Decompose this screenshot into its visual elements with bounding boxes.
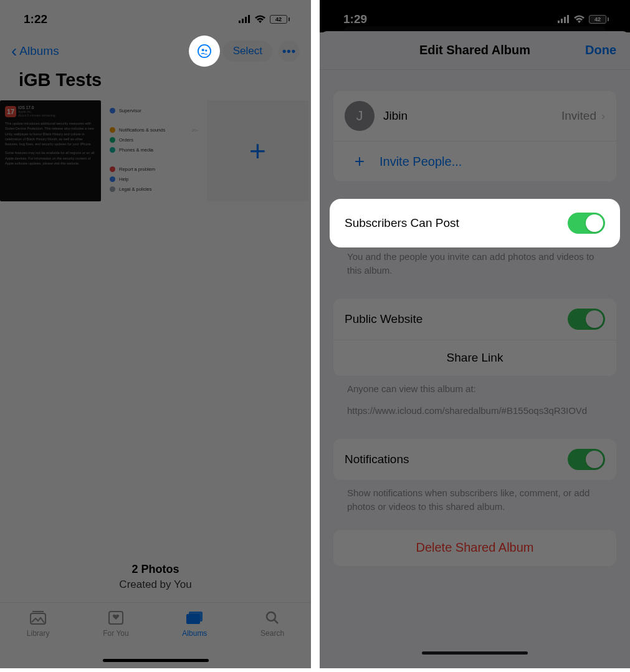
- tab-search[interactable]: Search: [260, 610, 284, 668]
- invite-people-row[interactable]: + Invite People...: [333, 141, 616, 181]
- done-button[interactable]: Done: [585, 43, 616, 57]
- status-time: 1:29: [343, 12, 367, 26]
- cellular-icon: [557, 15, 570, 24]
- member-row[interactable]: J Jibin Invited ›: [333, 91, 616, 141]
- home-indicator: [103, 659, 209, 663]
- more-button[interactable]: •••: [279, 41, 300, 62]
- list-item: Phones & media: [110, 147, 198, 153]
- tab-bar: Library For You Albums Search: [0, 602, 311, 668]
- svg-rect-13: [561, 19, 563, 23]
- members-card: J Jibin Invited › + Invite People...: [333, 91, 616, 181]
- shared-people-icon: [198, 44, 211, 58]
- ellipsis-icon: •••: [282, 45, 296, 58]
- shared-people-button[interactable]: [192, 39, 217, 64]
- photo-thumbnail[interactable]: 17 iOS 17.0 Apple Inc. About 5 minutes r…: [0, 100, 101, 201]
- avatar: J: [345, 101, 375, 131]
- notifications-row[interactable]: Notifications: [333, 439, 616, 480]
- home-indicator: [422, 651, 528, 655]
- list-item: Notifications & sounds20+: [110, 127, 198, 133]
- library-icon: [29, 610, 47, 625]
- wifi-icon: [254, 15, 266, 24]
- delete-card: Delete Shared Album: [333, 530, 616, 566]
- status-icons: 42: [557, 15, 609, 24]
- member-status: Invited: [561, 109, 596, 123]
- wifi-icon: [573, 15, 585, 24]
- list-item: Legal & policies: [110, 186, 198, 192]
- plus-icon: +: [249, 134, 266, 168]
- page-title: iGB Tests: [0, 67, 311, 99]
- subscribers-can-post-card: Subscribers Can Post: [333, 203, 616, 244]
- album-summary: 2 Photos Created by You: [0, 563, 311, 591]
- share-link-row[interactable]: Share Link: [333, 340, 616, 376]
- public-website-row[interactable]: Public Website: [333, 299, 616, 340]
- status-icons: 42: [238, 15, 290, 24]
- list-item: Supervisor: [110, 108, 198, 113]
- svg-rect-12: [558, 21, 560, 23]
- photo-count: 2 Photos: [0, 563, 311, 576]
- notifications-card: Notifications: [333, 439, 616, 480]
- svg-point-5: [201, 49, 204, 51]
- battery-level: 42: [594, 16, 601, 22]
- back-button[interactable]: ‹ Albums: [11, 42, 59, 60]
- sheet-nav: Edit Shared Album Done: [320, 31, 630, 70]
- chevron-right-icon: ›: [601, 110, 605, 123]
- public-hint: Anyone can view this album at: https://w…: [333, 376, 616, 418]
- status-time: 1:22: [24, 12, 47, 26]
- svg-rect-0: [239, 21, 241, 23]
- nav-header: ‹ Albums Select •••: [0, 32, 311, 67]
- albums-icon: [186, 610, 203, 625]
- member-name: Jibin: [383, 109, 408, 123]
- battery-icon: 42: [270, 15, 290, 24]
- svg-rect-14: [564, 17, 566, 23]
- svg-rect-3: [248, 15, 250, 23]
- edit-sheet: Edit Shared Album Done J Jibin Invited ›…: [320, 31, 630, 661]
- screenshot-right: 1:29 42 Edit Shared Album Done J Jibin I…: [320, 0, 630, 668]
- invite-label: Invite People...: [379, 155, 462, 169]
- delete-shared-album-button[interactable]: Delete Shared Album: [333, 530, 616, 566]
- subscribers-hint: You and the people you invite can add ph…: [333, 244, 616, 277]
- plus-icon: +: [345, 151, 375, 171]
- notifications-toggle[interactable]: [568, 449, 605, 470]
- svg-point-11: [267, 612, 275, 621]
- svg-point-4: [198, 45, 211, 57]
- status-bar: 1:22 42: [0, 0, 311, 32]
- search-icon: [264, 610, 281, 625]
- for-you-icon: [107, 610, 125, 625]
- battery-icon: 42: [589, 15, 609, 24]
- subscribers-can-post-row[interactable]: Subscribers Can Post: [333, 203, 616, 244]
- sheet-stack-indicator: [344, 26, 606, 31]
- list-item: Report a problem: [110, 166, 198, 172]
- svg-rect-1: [242, 19, 244, 23]
- svg-point-6: [205, 49, 207, 51]
- list-item: Help: [110, 176, 198, 182]
- sheet-title: Edit Shared Album: [419, 43, 530, 57]
- svg-rect-10: [189, 612, 203, 622]
- add-photo-tile[interactable]: +: [207, 100, 308, 201]
- notifications-hint: Show notifications when subscribers like…: [333, 480, 616, 514]
- photo-thumbnail[interactable]: Supervisor Notifications & sounds20+ Ord…: [103, 100, 204, 201]
- list-item: Orders: [110, 137, 198, 143]
- subscribers-toggle[interactable]: [568, 213, 605, 234]
- photo-grid: 17 iOS 17.0 Apple Inc. About 5 minutes r…: [0, 99, 311, 203]
- chevron-left-icon: ‹: [11, 42, 17, 60]
- public-website-toggle[interactable]: [568, 309, 605, 330]
- cellular-icon: [238, 15, 251, 24]
- svg-rect-2: [245, 17, 247, 23]
- svg-rect-15: [567, 15, 569, 23]
- screenshot-left: 1:22 42 ‹ Albums: [0, 0, 311, 668]
- tab-library[interactable]: Library: [27, 610, 50, 668]
- battery-level: 42: [275, 16, 282, 22]
- public-website-card: Public Website Share Link: [333, 299, 616, 376]
- ios-update-icon: 17: [5, 106, 16, 117]
- back-label: Albums: [19, 44, 59, 58]
- select-button[interactable]: Select: [223, 41, 272, 62]
- created-by: Created by You: [0, 578, 311, 591]
